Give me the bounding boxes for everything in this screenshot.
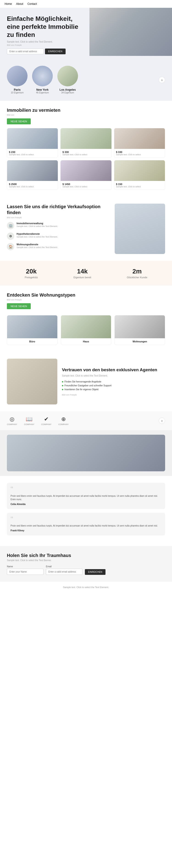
property-sample-0: Sample text. Click to select <box>9 153 56 156</box>
dream-sample: Sample text. Click to select the Text Ba… <box>7 559 165 562</box>
find-title: Lassen Sie uns die richtige Verkaufsopti… <box>7 204 110 216</box>
logo-text-2: COMPANY <box>41 423 52 426</box>
properties-title: Immobilien zu vermieten <box>7 107 165 113</box>
logo-item-0: ◎ COMPANY <box>7 416 17 426</box>
dream-submit-button[interactable]: EINREICHEN <box>85 569 106 575</box>
hero-section: Einfache Möglichkeit, eine perfekte Immo… <box>0 8 172 61</box>
find-section: Lassen Sie uns die richtige Verkaufsopti… <box>0 197 172 261</box>
service-title-1: Hypothekendienste <box>17 232 58 235</box>
dream-name-input[interactable] <box>7 569 44 575</box>
cities-next-button[interactable]: › <box>159 77 165 83</box>
dream-email-field: Email <box>46 565 83 575</box>
footer: Sample text. Click to select the Text El… <box>0 582 172 592</box>
mansion-image <box>7 435 165 471</box>
property-card-3: $ 2500 Sample text. Click to select <box>7 160 58 190</box>
navbar: Home About Contact <box>0 0 172 8</box>
hero-submit-button[interactable]: EINREICHEN <box>45 49 65 54</box>
mansion-image-block <box>0 430 172 476</box>
types-credit: Bild von Freepik <box>7 299 165 301</box>
hero-title: Einfache Möglichkeit, eine perfekte Immo… <box>7 14 80 39</box>
find-left: Lassen Sie uns die richtige Verkaufsopti… <box>7 204 110 253</box>
testimonial-text-1: Proin sed libero enim sed faucibus turpi… <box>10 524 162 527</box>
type-card-1: Haus <box>61 315 111 345</box>
stat-num-1: 14k <box>74 268 91 275</box>
properties-new-button[interactable]: NEUE SEHEN <box>7 118 31 124</box>
cities-section: Paris 10 Eigentum New York 46 Eigentum L… <box>0 61 172 101</box>
hero-sample-text: Sample text. Click to select the Text El… <box>7 40 165 43</box>
service-item-0: 🏢 Immobilienverwaltung Sample text. Clic… <box>7 222 110 229</box>
logo-icon-3: ⊕ <box>61 416 66 422</box>
nav-contact[interactable]: Contact <box>27 2 37 5</box>
properties-credit: Bild von <box>7 114 165 116</box>
property-image-3 <box>7 160 58 181</box>
city-newyork-name: New York <box>32 88 53 91</box>
property-card-0: $ 230 Sample text. Click to select <box>7 128 58 158</box>
types-title: Entdecken Sie Wohnungstypen <box>7 292 165 298</box>
testimonial-1: " Proin sed libero enim sed faucibus tur… <box>7 513 165 536</box>
stat-item-1: 14k Eigentum bereit <box>74 268 91 279</box>
dream-section: Holen Sie sich Ihr Traumhaus Sample text… <box>0 546 172 582</box>
stats-section: 20k Preisgekütz 14k Eigentum bereit 2m G… <box>0 261 172 286</box>
property-price-3: $ 2500 <box>9 183 56 186</box>
city-newyork-image <box>32 66 53 86</box>
city-la-name: Los Angeles <box>57 88 78 91</box>
testimonial-text-0: Proin sed libero enim sed faucibus turpi… <box>10 494 162 501</box>
property-sample-3: Sample text. Click to select <box>9 186 56 188</box>
agents-section: Vertrauen von den besten exklusiven Agen… <box>0 352 172 411</box>
dream-email-label: Email <box>46 565 83 568</box>
agents-bullet-1: Freundlicher Gastgeber und schneller Sup… <box>62 383 165 388</box>
stat-item-0: 20k Preisgekütz <box>25 268 38 279</box>
find-credit: Bild von Freepik <box>7 216 110 219</box>
nav-home[interactable]: Home <box>5 2 12 5</box>
logos-section: ◎ COMPANY 📖 COMPANY ✔ COMPANY ⊕ COMPANY … <box>0 411 172 430</box>
property-image-1 <box>61 128 111 149</box>
hero-email-input[interactable] <box>7 49 44 54</box>
bullet-icon-0 <box>62 381 63 382</box>
hero-image-credit: Bild von Freepik <box>7 44 165 46</box>
dream-name-field: Name <box>7 565 44 575</box>
logo-icon-1: 📖 <box>26 416 33 422</box>
service-icon-1: ⚙ <box>7 232 14 240</box>
dream-form: Name Email EINREICHEN <box>7 565 165 575</box>
logo-item-3: ⊕ COMPANY <box>58 416 69 426</box>
type-card-2: Wohnungen <box>114 315 165 345</box>
property-sample-4: Sample text. Click to select <box>62 186 109 188</box>
hero-content: Einfache Möglichkeit, eine perfekte Immo… <box>0 8 172 61</box>
service-title-0: Immobilienverwaltung <box>17 222 58 225</box>
property-price-1: $ 330 <box>62 151 109 153</box>
property-card-2: $ 330 Sample text. Click to select <box>114 128 165 158</box>
city-newyork: New York 46 Eigentum <box>32 66 53 94</box>
type-label-0: Büro <box>7 338 57 345</box>
property-image-5 <box>114 160 165 181</box>
agents-right: Vertrauen von den besten exklusiven Agen… <box>62 367 165 396</box>
footer-text: Sample text. Click to select the Text El… <box>63 586 109 589</box>
type-label-1: Haus <box>61 338 111 345</box>
property-price-0: $ 230 <box>9 151 56 153</box>
nav-about[interactable]: About <box>16 2 23 5</box>
types-section: Entdecken Sie Wohnungstypen Bild von Fre… <box>0 286 172 352</box>
logos-next-button[interactable]: › <box>159 417 165 424</box>
agents-left <box>7 359 57 404</box>
type-image-2 <box>115 315 165 338</box>
types-new-button[interactable]: NEUE SEHEN <box>7 303 31 309</box>
logo-text-0: COMPANY <box>7 423 17 426</box>
type-label-2: Wohnungen <box>115 338 165 345</box>
stat-num-2: 2m <box>127 268 147 275</box>
testimonials-section: " Proin sed libero enim sed faucibus tur… <box>0 476 172 546</box>
logo-item-1: 📖 COMPANY <box>24 416 34 426</box>
dream-email-input[interactable] <box>46 569 83 575</box>
logo-text-1: COMPANY <box>24 423 34 426</box>
logo-icon-0: ◎ <box>10 416 15 422</box>
city-la-image <box>57 66 78 86</box>
testimonial-0: " Proin sed libero enim sed faucibus tur… <box>7 483 165 509</box>
service-icon-0: 🏢 <box>7 222 14 229</box>
agents-bullet-2: Insertieren Sie Ihr eigenes Objekt <box>62 388 165 392</box>
dream-title: Holen Sie sich Ihr Traumhaus <box>7 553 165 558</box>
cities-row: Paris 10 Eigentum New York 46 Eigentum L… <box>7 66 165 94</box>
testimonial-author-0: Celia Almeida <box>10 503 162 505</box>
type-image-0 <box>7 315 57 338</box>
testimonial-author-1: Frank Kilney <box>10 529 162 532</box>
property-card-5: $ 150 Sample text. Click to select <box>114 160 165 190</box>
service-desc-0: Sample text. Click to select the Text El… <box>17 225 58 227</box>
property-image-4 <box>61 160 111 181</box>
